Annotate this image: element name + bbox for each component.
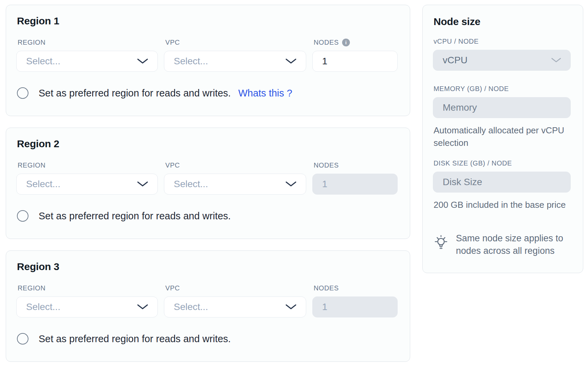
memory-group: MEMORY (GB) / NODE Automatically allocat… [433, 85, 571, 149]
region-2-vpc-select[interactable]: Select... [164, 174, 306, 195]
region-3-nodes-input [312, 296, 398, 317]
chevron-down-icon [136, 181, 149, 188]
region-select-label: REGION [18, 161, 158, 169]
chevron-down-icon [550, 57, 562, 63]
region-1-card: Region 1 REGION Select... VPC Select... [6, 5, 410, 116]
region-3-preferred-radio[interactable] [17, 333, 28, 345]
memory-input [433, 97, 571, 118]
region-2-region-select[interactable]: Select... [16, 174, 158, 195]
region-1-nodes-field: NODES i [312, 38, 398, 72]
region-2-nodes-input [312, 174, 398, 195]
region-1-fields-row: REGION Select... VPC Select... [16, 38, 398, 72]
chevron-down-icon [136, 304, 149, 310]
vpc-select-label: VPC [165, 284, 306, 292]
region-1-region-select[interactable]: Select... [16, 51, 158, 72]
vpc-select-placeholder: Select... [174, 56, 208, 67]
chevron-down-icon [136, 58, 149, 65]
disk-helper-text: 200 GB included in the base price [434, 199, 569, 211]
chevron-down-icon [284, 181, 298, 188]
vpc-select-label: VPC [165, 38, 306, 46]
region-3-fields-row: REGION Select... VPC Select... [16, 284, 398, 317]
disk-size-group: DISK SIZE (GB) / NODE 200 GB included in… [433, 159, 571, 211]
lightbulb-icon [433, 233, 449, 251]
preferred-region-label: Set as preferred region for reads and wr… [39, 211, 231, 222]
whats-this-link[interactable]: Whats this ? [238, 88, 292, 99]
region-select-placeholder: Select... [26, 56, 60, 67]
region-3-region-select[interactable]: Select... [16, 296, 158, 317]
chevron-down-icon [284, 304, 298, 310]
vpc-select-placeholder: Select... [174, 179, 208, 190]
vcpu-select-label: vCPU / NODE [434, 38, 571, 45]
disk-size-input-label: DISK SIZE (GB) / NODE [434, 159, 571, 167]
memory-input-label: MEMORY (GB) / NODE [434, 85, 571, 93]
region-select-placeholder: Select... [26, 302, 60, 312]
vpc-select-placeholder: Select... [174, 302, 208, 312]
region-select-label: REGION [18, 284, 158, 292]
node-size-title: Node size [434, 16, 571, 27]
preferred-region-label: Set as preferred region for reads and wr… [39, 333, 231, 345]
region-select-label: REGION [18, 38, 158, 46]
regions-column: Region 1 REGION Select... VPC Select... [6, 5, 410, 362]
region-3-vpc-field: VPC Select... [164, 284, 306, 317]
node-size-tip: Same node size applies to nodes across a… [433, 232, 571, 258]
region-3-vpc-select[interactable]: Select... [164, 296, 306, 317]
cluster-configuration-page: Region 1 REGION Select... VPC Select... [0, 0, 588, 369]
region-3-region-field: REGION Select... [16, 284, 158, 317]
region-2-vpc-field: VPC Select... [164, 161, 306, 195]
region-1-nodes-input[interactable] [312, 51, 398, 72]
region-2-region-field: REGION Select... [16, 161, 158, 195]
vcpu-select[interactable]: vCPU [433, 50, 571, 71]
nodes-input-label: NODES [314, 39, 339, 46]
region-2-title: Region 2 [17, 138, 398, 150]
memory-helper-text: Automatically allocated per vCPU selecti… [434, 124, 569, 149]
nodes-input-label: NODES [314, 284, 398, 292]
vpc-select-label: VPC [165, 161, 306, 169]
disk-size-input [433, 172, 571, 193]
region-2-preferred-row: Set as preferred region for reads and wr… [16, 210, 398, 222]
region-3-card: Region 3 REGION Select... VPC Select... [6, 250, 410, 362]
region-2-nodes-field: NODES [312, 161, 398, 195]
node-size-tip-text: Same node size applies to nodes across a… [456, 232, 568, 258]
region-2-fields-row: REGION Select... VPC Select... [16, 161, 398, 195]
region-2-preferred-radio[interactable] [17, 210, 28, 222]
region-1-vpc-field: VPC Select... [164, 38, 306, 72]
region-1-preferred-row: Set as preferred region for reads and wr… [16, 87, 398, 99]
info-icon[interactable]: i [342, 39, 350, 46]
region-3-title: Region 3 [17, 261, 398, 272]
region-1-title: Region 1 [17, 15, 398, 27]
node-size-panel: Node size vCPU / NODE vCPU MEMORY (GB) /… [422, 5, 583, 273]
region-1-vpc-select[interactable]: Select... [164, 51, 306, 72]
region-3-preferred-row: Set as preferred region for reads and wr… [16, 333, 398, 345]
preferred-region-label: Set as preferred region for reads and wr… [39, 88, 231, 99]
chevron-down-icon [284, 58, 298, 65]
region-1-preferred-radio[interactable] [17, 87, 28, 99]
region-3-nodes-field: NODES [312, 284, 398, 317]
vcpu-select-value: vCPU [443, 55, 467, 66]
region-select-placeholder: Select... [26, 179, 60, 190]
nodes-input-label: NODES [314, 161, 398, 169]
region-2-card: Region 2 REGION Select... VPC Select... [6, 128, 410, 239]
region-1-region-field: REGION Select... [16, 38, 158, 72]
vcpu-group: vCPU / NODE vCPU [433, 38, 571, 71]
